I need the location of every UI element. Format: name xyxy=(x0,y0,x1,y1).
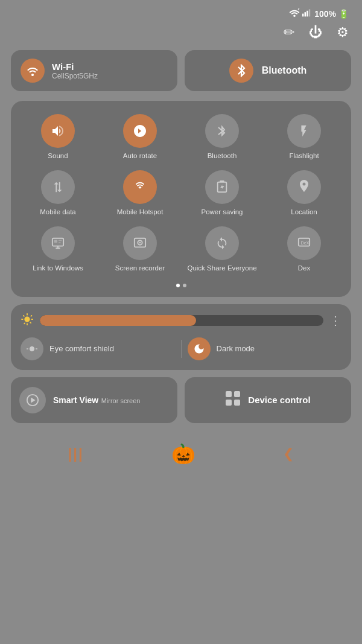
grid-row-2: Mobile data Mobile Hotspot Power saving xyxy=(18,168,344,219)
svg-rect-9 xyxy=(54,240,58,243)
power-icon[interactable]: ⏻ xyxy=(309,25,322,40)
grid-item-location[interactable]: Location xyxy=(264,168,344,219)
svg-rect-11 xyxy=(59,242,61,243)
eye-comfort-label: Eye comfort shield xyxy=(49,344,114,353)
grid-item-quickshare[interactable]: Quick Share Everyone xyxy=(182,224,262,275)
powersaving-icon-circle xyxy=(205,170,239,204)
top-actions: ✏ ⏻ ⚙ xyxy=(0,22,362,50)
svg-rect-3 xyxy=(306,11,308,17)
svg-marker-18 xyxy=(31,397,35,403)
bluetooth-large-tile[interactable]: Bluetooth xyxy=(185,50,351,91)
bottom-tiles-row: Smart View Mirror screen Device control xyxy=(0,377,362,432)
flashlight-label: Flashlight xyxy=(289,151,319,161)
status-icons: 100% 🔋 xyxy=(289,8,349,19)
location-label: Location xyxy=(291,208,317,217)
device-control-icon xyxy=(225,391,241,410)
bluetooth-icon-circle xyxy=(229,59,253,83)
quickshare-icon-circle xyxy=(205,226,239,260)
wifi-signal-icon xyxy=(289,8,300,19)
back-nav-icon[interactable]: ❮ xyxy=(283,446,294,462)
smart-view-title: Smart View xyxy=(53,395,98,405)
device-control-tile[interactable]: Device control xyxy=(185,377,351,423)
smart-view-tile[interactable]: Smart View Mirror screen xyxy=(11,377,177,423)
location-icon-circle xyxy=(287,170,321,204)
brightness-icon xyxy=(21,313,34,329)
signal-bars-icon xyxy=(302,8,312,19)
svg-rect-4 xyxy=(309,9,310,16)
grid-item-linktowindows[interactable]: Link to Windows xyxy=(18,224,98,275)
battery-icon: 🔋 xyxy=(338,9,349,19)
bluetooth-large-title: Bluetooth xyxy=(262,65,307,76)
powersaving-label: Power saving xyxy=(201,208,243,217)
svg-rect-21 xyxy=(226,400,232,406)
quickshare-label: Quick Share Everyone xyxy=(187,264,256,273)
brightness-row: ⋮ xyxy=(21,313,341,329)
main-panel: Sound Auto rotate Bluetooth xyxy=(11,101,351,297)
brightness-more-icon[interactable]: ⋮ xyxy=(329,313,341,328)
status-bar: 100% 🔋 xyxy=(0,0,362,22)
page-dot-2 xyxy=(183,284,186,287)
dark-mode-item[interactable]: Dark mode xyxy=(188,337,342,360)
bluetooth-small-icon-circle xyxy=(205,114,239,148)
autorotate-icon-circle xyxy=(123,114,157,148)
brightness-bar[interactable] xyxy=(40,315,323,326)
screenrecorder-label: Screen recorder xyxy=(115,264,165,273)
bluetooth-small-label: Bluetooth xyxy=(208,151,237,161)
grid-item-mobiledata[interactable]: Mobile data xyxy=(18,168,98,219)
grid-item-sound[interactable]: Sound xyxy=(18,112,98,163)
wifi-tile[interactable]: Wi-Fi CellSpot5GHz xyxy=(11,50,177,91)
dex-icon-circle: DeX xyxy=(287,226,321,260)
wifi-icon-circle xyxy=(21,59,45,83)
menu-nav-icon[interactable]: ||| xyxy=(68,445,84,462)
grid-item-powersaving[interactable]: Power saving xyxy=(182,168,262,219)
hotspot-label: Mobile Hotspot xyxy=(117,208,164,217)
svg-point-0 xyxy=(293,15,296,18)
svg-rect-2 xyxy=(305,12,306,16)
grid-row-3: Link to Windows Screen recorder Quick Sh… xyxy=(18,224,344,275)
screenrecorder-icon-circle xyxy=(123,226,157,260)
grid-item-flashlight[interactable]: Flashlight xyxy=(264,112,344,163)
svg-rect-19 xyxy=(226,391,232,397)
display-divider xyxy=(181,340,182,358)
smart-view-icon xyxy=(19,387,46,413)
eye-comfort-item[interactable]: Eye comfort shield xyxy=(21,337,175,360)
svg-text:DeX: DeX xyxy=(301,240,310,246)
nav-bar: ||| 🎃 ❮ xyxy=(0,432,362,477)
wifi-title: Wi-Fi xyxy=(52,62,98,72)
dex-label: Dex xyxy=(298,264,310,273)
svg-rect-1 xyxy=(302,14,303,17)
settings-icon[interactable]: ⚙ xyxy=(337,25,349,40)
dark-mode-label: Dark mode xyxy=(217,344,255,353)
flashlight-icon-circle xyxy=(287,114,321,148)
eye-comfort-icon xyxy=(21,337,43,360)
svg-rect-10 xyxy=(59,240,62,241)
mobiledata-label: Mobile data xyxy=(40,208,75,217)
grid-item-autorotate[interactable]: Auto rotate xyxy=(100,112,180,163)
smart-view-text: Smart View Mirror screen xyxy=(53,395,140,406)
smart-view-subtitle: Mirror screen xyxy=(101,397,141,404)
autorotate-label: Auto rotate xyxy=(123,151,157,161)
wifi-subtitle: CellSpot5GHz xyxy=(52,72,98,80)
battery-percent: 100% xyxy=(314,9,336,19)
edit-icon[interactable]: ✏ xyxy=(284,25,294,40)
svg-point-5 xyxy=(31,74,34,76)
linktowindows-label: Link to Windows xyxy=(33,264,83,273)
grid-item-hotspot[interactable]: Mobile Hotspot xyxy=(100,168,180,219)
brightness-fill xyxy=(40,315,196,326)
svg-rect-20 xyxy=(234,391,240,397)
sound-icon-circle xyxy=(41,114,75,148)
svg-point-14 xyxy=(139,242,141,244)
quick-tiles-row: Wi-Fi CellSpot5GHz Bluetooth xyxy=(0,50,362,98)
sound-label: Sound xyxy=(48,151,68,161)
grid-item-screenrecorder[interactable]: Screen recorder xyxy=(100,224,180,275)
dark-mode-icon xyxy=(188,337,211,360)
mobiledata-icon-circle xyxy=(41,170,75,204)
home-nav-icon[interactable]: 🎃 xyxy=(171,442,195,465)
linktowindows-icon-circle xyxy=(41,226,75,260)
display-modes-row: Eye comfort shield Dark mode xyxy=(21,337,341,360)
svg-rect-22 xyxy=(234,400,240,406)
hotspot-icon-circle xyxy=(123,170,157,204)
grid-item-bluetooth[interactable]: Bluetooth xyxy=(182,112,262,163)
page-dot-1 xyxy=(176,284,180,287)
grid-item-dex[interactable]: DeX Dex xyxy=(264,224,344,275)
